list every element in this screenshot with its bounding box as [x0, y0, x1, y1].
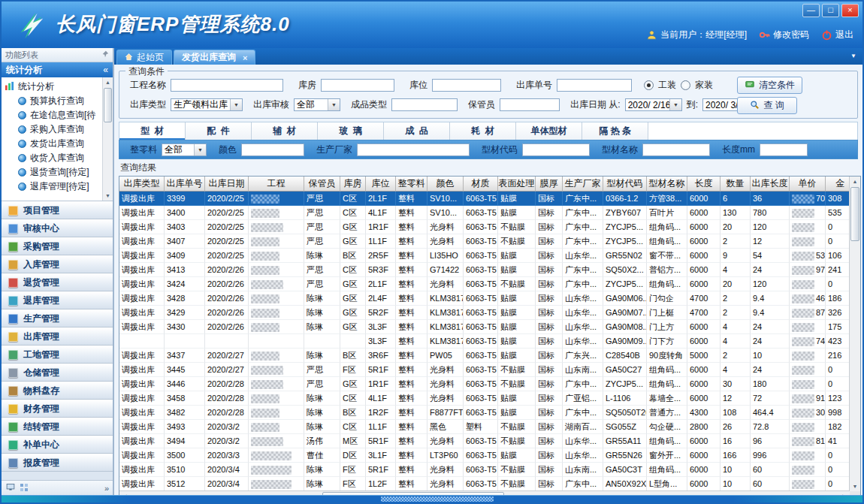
column-header[interactable]: 膜厚 [536, 177, 563, 192]
material-tab[interactable]: 耗 材 [450, 122, 516, 140]
sidebar-item[interactable]: 结转管理 [2, 418, 113, 436]
sidebar-item[interactable]: 补单中心 [2, 436, 113, 454]
tree-scrollbar[interactable]: ▲ ▼ [102, 77, 113, 201]
table-row[interactable]: 调拨出库34242020/2/26工..工程严思G区2L1F整料光身料6063-… [119, 277, 850, 291]
collapse-icon[interactable]: « [103, 65, 108, 75]
material-tab[interactable]: 型 材 [119, 122, 186, 140]
column-header[interactable]: 型材代码 [603, 177, 647, 192]
table-row[interactable]: 调拨出库34282020/2/26石..城陈琳G区2L4F整料KLM381760… [119, 291, 850, 306]
column-header[interactable]: 长度 [687, 177, 721, 192]
table-row[interactable]: 调拨出库35002020/3/3工..共工程曹佳D区3L1F整料LT3P6060… [119, 448, 850, 463]
sidebar-item[interactable]: 工地管理 [2, 346, 113, 364]
column-header[interactable]: 出库类型 [119, 177, 165, 192]
sidebar-item[interactable]: 报废管理 [2, 454, 113, 472]
table-row[interactable]: 调拨出库34582020/2/28华..原..陈琳C区4L1F整料光身料6063… [119, 391, 850, 406]
table-row[interactable]: 调拨出库35122020/3/4工..共工程陈琳F区1L2F整料光身料6063-… [119, 477, 850, 491]
radio-gongzhuang[interactable] [644, 80, 654, 90]
monitor-icon[interactable] [5, 482, 16, 494]
more-items-icon[interactable]: » [104, 484, 109, 493]
tree-item[interactable]: 采购入库查询 [5, 122, 102, 137]
grid-vertical-scrollbar[interactable]: ▲ ▼ [849, 177, 860, 491]
profile-code-input[interactable] [522, 143, 590, 156]
table-row[interactable]: 调拨出库34132020/2/26南..厂..严思C区5R3F整料G714226… [119, 263, 850, 277]
audit-select[interactable]: 全部 ▼ [294, 98, 340, 111]
minimize-button[interactable]: — [802, 4, 820, 17]
sidebar-item[interactable]: 生产管理 [2, 309, 113, 327]
table-row[interactable]: 调拨出库34032020/2/25工..工程严思G区1R1F整料光身料6063-… [119, 220, 850, 234]
pin-icon[interactable] [101, 50, 109, 59]
tree-scroll-thumb[interactable] [104, 88, 112, 122]
sidebar-item[interactable]: 出库管理 [2, 327, 113, 346]
table-row[interactable]: 调拨出库34292020/2/26石..城陈琳G区5R2F整料KLM381760… [119, 306, 850, 320]
column-header[interactable]: 表面处理 [498, 177, 536, 192]
material-tab[interactable]: 单体型材 [516, 122, 582, 140]
table-row[interactable]: 调拨出库35102020/3/4工..共工程陈琳F区5R1F整料光身料6063-… [119, 463, 850, 477]
column-header[interactable]: 保管员 [304, 177, 340, 192]
column-header[interactable]: 出库日期 [205, 177, 249, 192]
search-button[interactable]: 查 询 [737, 97, 797, 114]
column-header[interactable]: 工程 [249, 177, 304, 192]
column-header[interactable]: 库房 [340, 177, 366, 192]
tree-root[interactable]: 统计分析 [5, 80, 102, 94]
tab-home[interactable]: 起始页 [116, 50, 172, 65]
scroll-up-icon[interactable]: ▲ [850, 177, 860, 186]
logout-button[interactable]: 退出 [821, 29, 853, 41]
tab-close-icon[interactable]: × [243, 53, 247, 62]
sidebar-item[interactable]: 采购管理 [2, 237, 113, 255]
radio-jiazhuang[interactable] [681, 80, 690, 90]
scroll-up-icon[interactable]: ▲ [103, 77, 113, 87]
tab-list-caret-icon[interactable]: ▼ [850, 53, 856, 59]
location-input[interactable] [432, 79, 501, 92]
column-header[interactable]: 型材名称 [647, 177, 687, 192]
sidebar-item[interactable]: 物料盘存 [2, 382, 113, 400]
material-tab[interactable]: 辅 材 [252, 122, 318, 140]
warehouse-input[interactable] [321, 79, 394, 92]
table-row[interactable]: 调拨出库34092020/2/25长..阁..陈琳B区2R5F整料LI35HO6… [119, 249, 850, 263]
tree-item[interactable]: 在途信息查询[待 [5, 108, 102, 122]
length-input[interactable] [760, 143, 808, 156]
sidebar-item[interactable]: 入库管理 [2, 255, 113, 273]
zhengling-select[interactable]: 全部 ▼ [162, 143, 207, 156]
table-row[interactable]: 调拨出库34302020/2/26石..城陈琳G区3L3F整料KLM381760… [119, 320, 850, 334]
column-header[interactable]: 数量 [721, 177, 751, 192]
column-header[interactable]: 出库长度 [751, 177, 790, 192]
sidebar-item[interactable]: 仓储管理 [2, 364, 113, 382]
tab-shipment-query[interactable]: 发货出库查询 × [174, 50, 255, 65]
close-button[interactable]: × [841, 4, 859, 17]
project-name-input[interactable] [171, 79, 283, 92]
manufacturer-input[interactable] [357, 143, 470, 156]
tree-item[interactable]: 收货入库查询 [5, 151, 102, 165]
material-tab[interactable]: 玻 璃 [318, 122, 384, 140]
table-row[interactable]: 调拨出库34372020/2/27佛..工..陈琳B区3R6F整料PW05606… [119, 349, 850, 363]
column-header[interactable]: 出库单号 [165, 177, 205, 192]
table-row[interactable]: 调拨出库33992020/2/25华..原..严思C区2L1F整料SV10...… [119, 192, 850, 206]
scroll-down-icon[interactable]: ▼ [103, 191, 113, 201]
out-type-select[interactable]: 生产领料出库 ▼ [171, 98, 243, 111]
material-tab[interactable]: 隔 热 条 [582, 122, 648, 140]
sidebar-item[interactable]: 项目管理 [2, 201, 113, 219]
column-header[interactable]: 生产厂家 [563, 177, 603, 192]
table-row[interactable]: 调拨出库34942020/3/2石..辉城汤伟M区5R1F整料光身料6063-T… [119, 434, 850, 448]
grid-icon[interactable] [20, 483, 29, 494]
maximize-button[interactable]: □ [822, 4, 839, 17]
table-row[interactable]: 调拨出库34452020/2/27工..工程严思F区5R1F整料光身料6063-… [119, 363, 850, 377]
sidebar-item[interactable]: 审核中心 [2, 219, 113, 237]
table-row[interactable]: 调拨出库34932020/3/2华..陈琳C区1L1F整料黑色塑料不贴膜国标湖南… [119, 420, 850, 434]
sidebar-item[interactable]: 财务管理 [2, 400, 113, 418]
keeper-input[interactable] [500, 98, 560, 111]
column-header[interactable]: 库位 [366, 177, 396, 192]
tree-item[interactable]: 退货查询[待定] [5, 165, 102, 180]
table-row[interactable]: 3L3F整料KLM38176063-T5贴膜国标山东华...GA90M09...… [119, 334, 850, 349]
profile-name-input[interactable] [642, 143, 710, 156]
clear-conditions-button[interactable]: 清空条件 [737, 77, 802, 94]
color-input[interactable] [241, 143, 304, 156]
order-no-input[interactable] [557, 79, 632, 92]
column-header[interactable]: 单价 [790, 177, 826, 192]
scroll-down-icon[interactable]: ▼ [850, 481, 860, 491]
tree-item[interactable]: 发货出库查询 [5, 137, 102, 151]
table-row[interactable]: 调拨出库34072020/2/25工..严思G区1L1F整料光身料6063-T5… [119, 234, 850, 249]
material-tab[interactable]: 成 品 [384, 122, 450, 140]
table-row[interactable]: 调拨出库34002020/2/25华..原..严思C区4L1F整料SV10...… [119, 206, 850, 220]
column-header[interactable]: 材质 [464, 177, 498, 192]
sidebar-section-statistics[interactable]: 统计分析 « [2, 62, 113, 77]
